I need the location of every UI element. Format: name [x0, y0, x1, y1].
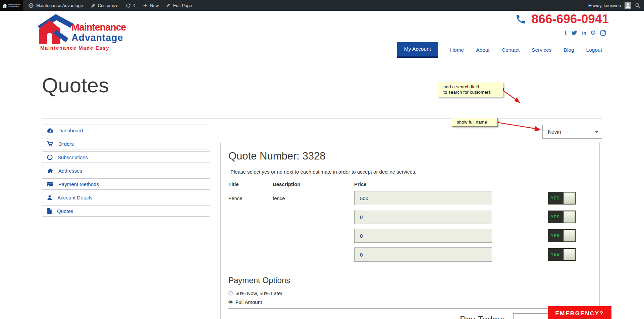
page-title: Quotes [42, 73, 109, 97]
sidebar-item-label: Orders [58, 141, 74, 147]
wp-admin-bar: Maintenance Advantage Maintenance Advant… [0, 0, 644, 11]
sidebar-item-dashboard[interactable]: Dashboard [42, 125, 210, 136]
site-icon [28, 3, 34, 8]
nav-about[interactable]: About [476, 47, 490, 53]
logo-tagline: Maintenance Made Easy [40, 45, 109, 51]
price-input[interactable] [354, 229, 492, 243]
house-hammer-logo-icon [36, 13, 74, 44]
orders-cart-icon [47, 141, 53, 147]
admin-bar-new[interactable]: New [143, 3, 159, 8]
row-title: Fence [228, 195, 273, 201]
payment-option-label: Full Amount [235, 299, 262, 305]
admin-bar-new-label: New [150, 3, 159, 8]
accept-toggle[interactable]: YES [548, 211, 576, 223]
admin-bar-logo-text: Maintenance Advantage [8, 3, 20, 7]
nav-contact[interactable]: Contact [502, 47, 520, 53]
quote-table-header: Title Description Price [228, 181, 592, 187]
admin-bar-edit-page-label: Edit Page [173, 3, 192, 8]
admin-bar-site-name[interactable]: Maintenance Advantage [28, 3, 83, 8]
facebook-icon[interactable]: f [565, 30, 567, 36]
logo-word-maintenance: Maintenance [71, 21, 126, 33]
sidebar-item-label: Addresses [58, 168, 82, 174]
col-description: Description [273, 181, 354, 187]
phone-icon [515, 13, 527, 25]
admin-bar-updates-count: 4 [133, 3, 136, 8]
sidebar-item-addresses[interactable]: Addresses [42, 165, 210, 176]
admin-bar-logo-line2: Advantage [8, 5, 20, 7]
toggle-yes-label: YES [551, 252, 560, 257]
col-price: Price [354, 181, 492, 187]
nav-my-account[interactable]: My Account [397, 42, 438, 58]
brush-icon [91, 3, 96, 8]
google-icon[interactable]: G [591, 30, 595, 36]
payment-options-heading: Payment Options [228, 276, 592, 285]
payment-option-half[interactable]: 50% Now, 50% Later [228, 290, 592, 296]
updates-icon [126, 3, 131, 8]
payment-option-label: 50% Now, 50% Later [235, 290, 282, 296]
accept-toggle[interactable]: YES [548, 248, 576, 261]
toggle-knob [564, 211, 575, 223]
pencil-icon [166, 3, 171, 8]
annotation-note1-line1: add a search field [443, 84, 503, 90]
admin-bar-site-logo[interactable]: Maintenance Advantage [0, 0, 23, 11]
site-logo[interactable]: Maintenance Advantage Maintenance Made E… [36, 13, 133, 52]
house-logo-icon [2, 3, 7, 8]
dashboard-icon [47, 128, 53, 133]
pay-today-row: Pay Today: [228, 313, 592, 319]
admin-bar-howdy[interactable]: Howdy, knoxweb [588, 3, 621, 8]
payment-card-icon [47, 182, 53, 187]
sidebar-item-quotes[interactable]: Quotes [42, 205, 210, 217]
sidebar-item-label: Account Details [57, 195, 92, 200]
chevron-down-icon [595, 131, 598, 133]
quote-number-heading: Quote Number: 3328 [228, 150, 592, 162]
nav-blog[interactable]: Blog [564, 47, 574, 53]
nav-logout[interactable]: Logout [586, 47, 602, 53]
quote-row: YES [228, 247, 592, 262]
admin-bar-customize[interactable]: Customize [91, 3, 118, 8]
sidebar-item-payment-methods[interactable]: Payment Methods [42, 178, 210, 190]
search-icon[interactable] [635, 3, 641, 8]
instagram-icon[interactable] [600, 30, 606, 36]
sidebar-item-subscriptions[interactable]: Subscriptions [42, 151, 210, 163]
accept-toggle[interactable]: YES [548, 192, 576, 204]
sidebar-item-account-details[interactable]: Account Details [42, 192, 210, 203]
radio-checked-icon[interactable] [228, 300, 233, 304]
plus-icon [143, 3, 148, 8]
account-sidebar: Dashboard Orders Subscriptions Addresses… [42, 125, 210, 219]
annotation-note1-line2: to search for customers [443, 90, 503, 95]
quote-card: Quote Number: 3328 Please select yes or … [220, 142, 600, 319]
sidebar-item-orders[interactable]: Orders [42, 138, 210, 149]
nav-services[interactable]: Services [532, 47, 551, 53]
card-divider [228, 308, 592, 309]
annotation-note-show-full-name: show full name [452, 118, 498, 127]
price-input[interactable] [354, 191, 492, 205]
emergency-button[interactable]: EMERGENCY? [548, 306, 611, 319]
payment-option-full[interactable]: Full Amount [228, 299, 592, 305]
twitter-icon[interactable] [571, 30, 577, 36]
sidebar-item-label: Quotes [57, 208, 73, 214]
customer-select[interactable]: Kevin [542, 125, 602, 139]
toggle-yes-label: YES [551, 196, 560, 200]
annotation-arrow-1 [500, 88, 521, 103]
phone-link[interactable]: 866-696-0941 [515, 12, 609, 26]
account-user-icon [47, 195, 52, 200]
admin-bar-customize-label: Customize [98, 3, 118, 8]
customer-select-value: Kevin [548, 129, 561, 135]
linkedin-icon[interactable]: in [582, 30, 586, 36]
price-input[interactable] [354, 247, 492, 262]
avatar[interactable] [625, 2, 631, 9]
title-divider [42, 118, 602, 119]
price-input[interactable] [354, 210, 492, 224]
admin-bar-updates[interactable]: 4 [126, 3, 136, 8]
toggle-knob [564, 230, 575, 241]
admin-bar-edit-page[interactable]: Edit Page [166, 3, 192, 8]
row-description: fence [273, 195, 354, 201]
social-links: f in G [565, 30, 606, 36]
accept-toggle[interactable]: YES [548, 229, 576, 242]
nav-home[interactable]: Home [450, 47, 464, 53]
toggle-yes-label: YES [551, 215, 560, 219]
admin-bar-site-name-label: Maintenance Advantage [36, 3, 83, 8]
radio-unchecked-icon[interactable] [228, 291, 233, 295]
sidebar-item-label: Subscriptions [58, 154, 88, 160]
quotes-file-icon [47, 208, 52, 214]
